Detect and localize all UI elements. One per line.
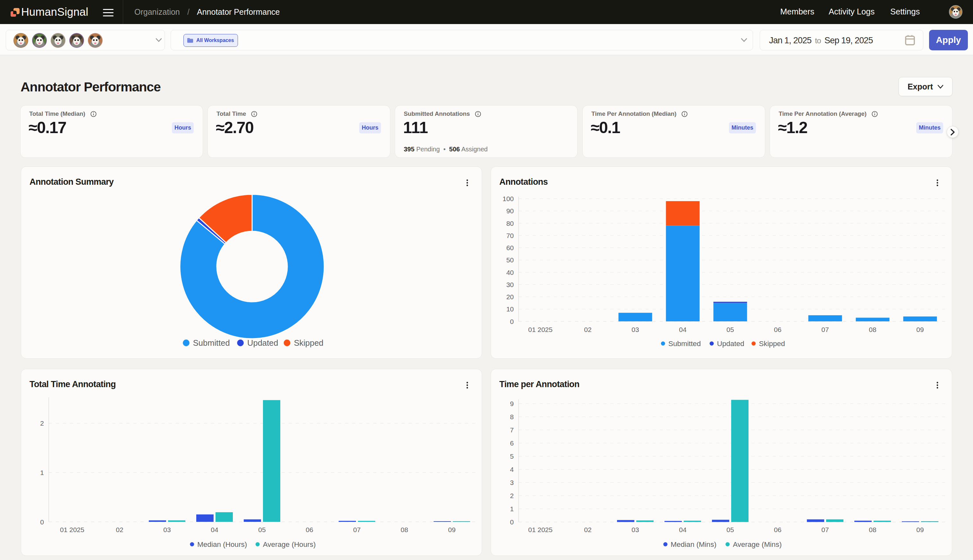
svg-text:20: 20	[506, 293, 514, 300]
svg-text:06: 06	[774, 526, 781, 533]
svg-text:4: 4	[510, 466, 514, 473]
svg-text:07: 07	[353, 526, 360, 533]
svg-text:06: 06	[306, 526, 313, 533]
svg-text:3: 3	[510, 479, 514, 486]
svg-text:5: 5	[510, 453, 514, 460]
svg-text:01 2025: 01 2025	[528, 326, 553, 333]
svg-text:9: 9	[510, 400, 514, 407]
svg-text:02: 02	[116, 526, 123, 533]
svg-text:6: 6	[510, 439, 514, 447]
svg-text:90: 90	[506, 207, 514, 215]
svg-text:04: 04	[679, 326, 686, 333]
svg-text:30: 30	[506, 281, 514, 288]
svg-text:8: 8	[510, 413, 514, 420]
svg-text:03: 03	[631, 526, 639, 533]
svg-text:Updated: Updated	[247, 338, 278, 347]
svg-text:40: 40	[506, 269, 514, 276]
svg-text:Submitted: Submitted	[668, 340, 701, 348]
svg-text:01 2025: 01 2025	[60, 526, 84, 533]
svg-text:03: 03	[163, 526, 171, 533]
svg-text:09: 09	[916, 326, 924, 333]
svg-text:04: 04	[679, 526, 686, 533]
svg-text:100: 100	[503, 195, 514, 202]
svg-text:02: 02	[584, 526, 591, 533]
svg-text:09: 09	[448, 526, 455, 533]
svg-text:Skipped: Skipped	[294, 338, 323, 347]
svg-text:Median (Mins): Median (Mins)	[671, 540, 716, 548]
svg-text:Skipped: Skipped	[759, 340, 785, 348]
svg-text:0: 0	[510, 318, 514, 325]
svg-text:80: 80	[506, 220, 514, 227]
svg-text:Average (Hours): Average (Hours)	[263, 540, 316, 548]
svg-text:60: 60	[506, 244, 514, 252]
svg-text:50: 50	[506, 256, 514, 263]
svg-text:01 2025: 01 2025	[528, 526, 553, 533]
svg-text:0: 0	[510, 518, 514, 526]
svg-text:05: 05	[726, 326, 734, 333]
svg-text:10: 10	[506, 305, 514, 313]
svg-text:08: 08	[869, 326, 876, 333]
svg-text:2: 2	[40, 420, 44, 427]
svg-text:08: 08	[869, 526, 876, 533]
svg-text:Median (Hours): Median (Hours)	[197, 540, 247, 548]
svg-text:08: 08	[401, 526, 408, 533]
svg-text:05: 05	[726, 526, 734, 533]
svg-text:1: 1	[40, 469, 44, 476]
svg-text:0: 0	[40, 518, 44, 526]
svg-text:07: 07	[821, 326, 829, 333]
svg-text:Submitted: Submitted	[193, 338, 230, 347]
svg-text:07: 07	[821, 526, 829, 533]
svg-text:7: 7	[510, 426, 514, 433]
svg-text:04: 04	[211, 526, 218, 533]
svg-text:2: 2	[510, 492, 514, 499]
svg-text:05: 05	[258, 526, 265, 533]
svg-text:Updated: Updated	[717, 340, 744, 348]
svg-text:02: 02	[584, 326, 591, 333]
svg-text:70: 70	[506, 232, 514, 239]
svg-text:09: 09	[916, 526, 924, 533]
svg-text:Average (Mins): Average (Mins)	[733, 540, 781, 548]
svg-text:06: 06	[774, 326, 781, 333]
svg-text:1: 1	[510, 505, 514, 513]
svg-text:03: 03	[631, 326, 639, 333]
